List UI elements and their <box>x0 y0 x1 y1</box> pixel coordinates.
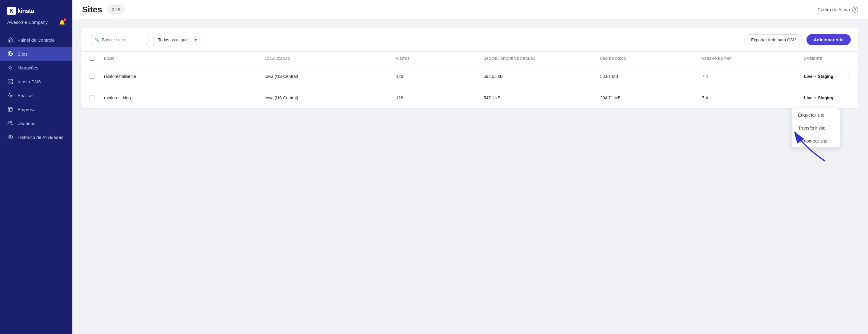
row1-checkbox[interactable] <box>90 74 94 79</box>
notification-dot <box>64 19 66 21</box>
sites-table: NOME ↑ LOCALIZAÇÃO VISITAS USO DE LARGUR… <box>82 52 858 108</box>
sites-panel: 🔍 Todas as etiquet... ▾ Exportar tudo pa… <box>82 28 858 109</box>
context-menu: Etiquetar site Transferir site Renomear … <box>792 108 840 148</box>
sidebar-nav: Painel de Controle Sites Migrações <box>0 30 72 146</box>
row1-env-staging: Staging <box>818 74 833 79</box>
kinsta-wordmark-text: kinsta <box>18 7 34 15</box>
header-checkbox-col <box>82 52 99 66</box>
content-area: 🔍 Todas as etiquet... ▾ Exportar tudo pa… <box>72 19 868 334</box>
sidebar-label-usuarios: Usuários <box>18 121 35 126</box>
row1-visits: 126 <box>391 66 479 87</box>
globe-icon <box>7 51 13 57</box>
table-row: rainforestalliance Iowa (US Central) 126… <box>82 66 858 87</box>
sidebar-label-historico: Histórico de Atividades <box>18 135 63 140</box>
search-input[interactable] <box>102 37 145 42</box>
sidebar-item-dns[interactable]: Kinsta DNS <box>0 75 72 88</box>
select-all-checkbox[interactable] <box>90 56 94 61</box>
row2-env: Live • Staging <box>799 87 838 109</box>
sidebar-item-historico[interactable]: Histórico de Atividades <box>0 130 72 144</box>
table-header: NOME ↑ LOCALIZAÇÃO VISITAS USO DE LARGUR… <box>82 52 858 66</box>
migrations-icon <box>7 65 13 71</box>
row2-disk: 204.71 MB <box>595 87 697 109</box>
sidebar-label-painel: Painel de Controle <box>18 37 55 43</box>
help-label: Centro de Ajuda <box>817 7 850 12</box>
row2-checkbox[interactable] <box>90 95 94 100</box>
sidebar-label-migracoes: Migrações <box>18 65 38 71</box>
env-dot-separator: • <box>814 74 816 79</box>
row2-name: rainforest blog <box>99 87 260 109</box>
sidebar-logo: K kinsta <box>0 0 72 19</box>
header-ambiente: AMBIENTE <box>799 52 838 66</box>
sidebar-company-row: Awesome Company 🔔 <box>0 19 72 30</box>
context-menu-item-etiquetar[interactable]: Etiquetar site <box>792 108 840 121</box>
add-site-button[interactable]: Adicionar site <box>806 34 851 45</box>
env-dot-separator: • <box>814 95 816 101</box>
svg-rect-3 <box>8 82 13 84</box>
building-icon <box>7 106 13 112</box>
filter-label: Todas as etiquet... <box>158 37 192 42</box>
sidebar-label-dns: Kinsta DNS <box>18 79 41 84</box>
filter-dropdown[interactable]: Todas as etiquet... ▾ <box>154 35 201 45</box>
context-menu-item-transferir[interactable]: Transferir site <box>792 121 840 134</box>
row2-env-staging: Staging <box>818 95 833 100</box>
search-box: 🔍 <box>90 35 150 45</box>
row1-env-live: Live <box>804 74 812 79</box>
toolbar-actions: Exportar tudo para CSV Adicionar site <box>744 34 851 45</box>
page-title: Sites <box>82 5 102 15</box>
sidebar-label-sites: Sites <box>18 51 27 56</box>
row2-php: 7.4 <box>697 87 799 109</box>
table-body: rainforestalliance Iowa (US Central) 126… <box>82 66 858 109</box>
row2-env-live: Live <box>804 95 812 100</box>
row1-env-value: Live • Staging <box>804 74 833 79</box>
row2-bandwidth: 547.1 kB <box>479 87 595 109</box>
panel-toolbar: 🔍 Todas as etiquet... ▾ Exportar tudo pa… <box>82 28 858 52</box>
notification-bell[interactable]: 🔔 <box>59 19 65 25</box>
chevron-down-icon: ▾ <box>195 38 197 42</box>
context-menu-item-renomear[interactable]: Renomear site <box>792 134 840 147</box>
header-localizacao: LOCALIZAÇÃO <box>260 52 391 66</box>
row2-more-cell: ⋮ <box>838 87 858 109</box>
kinsta-logo: K kinsta <box>7 7 34 15</box>
help-icon: ? <box>852 7 858 13</box>
help-link[interactable]: Centro de Ajuda ? <box>817 7 858 13</box>
users-icon <box>7 120 13 126</box>
header-disco: USO DO DISCO <box>595 52 697 66</box>
header-php: VERSÃO DO PHP <box>697 52 799 66</box>
main-content: Sites 2 / 5 Centro de Ajuda ? 🔍 Todas as… <box>72 0 868 334</box>
sidebar-label-empresa: Empresa <box>18 107 36 112</box>
sidebar-item-sites[interactable]: Sites <box>0 47 72 61</box>
header-actions <box>838 52 858 66</box>
sidebar-item-empresa[interactable]: Empresa <box>0 102 72 116</box>
eye-icon <box>7 134 13 140</box>
row2-more-button[interactable]: ⋮ <box>843 93 853 102</box>
sidebar: K kinsta Awesome Company 🔔 Painel de Con… <box>0 0 72 334</box>
kinsta-k-icon: K <box>7 7 16 15</box>
export-csv-button[interactable]: Exportar tudo para CSV <box>744 34 803 45</box>
row1-more-cell: ⋮ <box>838 66 858 87</box>
table-row: rainforest blog Iowa (US Central) 126 54… <box>82 87 858 109</box>
header-largura: USO DE LARGURA DE BANDA <box>479 52 595 66</box>
sites-count-badge: 2 / 5 <box>107 5 125 13</box>
sidebar-item-usuarios[interactable]: Usuários <box>0 116 72 130</box>
svg-rect-6 <box>8 107 12 111</box>
dns-icon <box>7 79 13 85</box>
svg-rect-2 <box>8 79 13 81</box>
home-icon <box>7 37 13 43</box>
header-nome: NOME ↑ <box>99 52 260 66</box>
svg-point-7 <box>9 121 10 123</box>
row1-env: Live • Staging <box>799 66 838 87</box>
row2-env-value: Live • Staging <box>804 95 833 101</box>
company-name: Awesome Company <box>7 20 48 25</box>
row1-php: 7.4 <box>697 66 799 87</box>
row1-more-button[interactable]: ⋮ <box>843 72 853 81</box>
page-header: Sites 2 / 5 <box>82 5 125 15</box>
sidebar-item-painel[interactable]: Painel de Controle <box>0 33 72 47</box>
row2-location: Iowa (US Central) <box>260 87 391 109</box>
row1-checkbox-cell <box>82 66 99 87</box>
svg-point-8 <box>10 137 11 138</box>
row1-location: Iowa (US Central) <box>260 66 391 87</box>
row1-name: rainforestalliance <box>99 66 260 87</box>
row1-disk: 53.81 MB <box>595 66 697 87</box>
sidebar-item-migracoes[interactable]: Migrações <box>0 61 72 75</box>
sidebar-item-analises[interactable]: Análises <box>0 88 72 102</box>
